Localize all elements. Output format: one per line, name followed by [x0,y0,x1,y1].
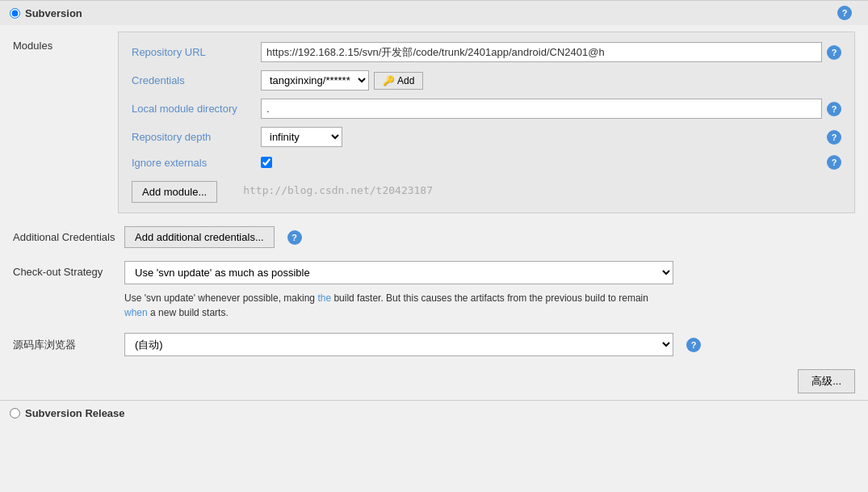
credentials-label: Credentials [132,74,261,86]
modules-label: Modules [13,32,118,213]
ignore-externals-row: Ignore externals ? [132,155,841,170]
add-credentials-button[interactable]: 🔑 Add [374,72,423,90]
checkout-strategy-section: Check-out Strategy Use 'svn update' as m… [0,254,868,326]
local-module-control [261,99,822,119]
local-module-input[interactable] [261,99,822,119]
repository-depth-control: infinity immediates files empty [261,127,822,147]
source-browser-section: 源码库浏览器 (自动) WebSVN ViewSVN FishEye ? [0,326,868,363]
watermark: http://blog.csdn.net/t20423187 [243,184,433,196]
highlight-when: when [124,307,148,318]
advanced-row: 高级... [0,363,868,400]
additional-credentials-label: Additional Credentials [13,231,118,243]
repository-depth-select[interactable]: infinity immediates files empty [261,127,342,147]
repository-depth-row: Repository depth infinity immediates fil… [132,127,841,147]
credentials-control: tangxinxing/****** 🔑 Add [261,70,841,90]
repository-depth-label: Repository depth [132,131,261,143]
repository-url-row: Repository URL ? [132,42,841,62]
advanced-button[interactable]: 高级... [798,369,855,393]
ignore-externals-label: Ignore externals [132,157,261,169]
repository-url-input[interactable] [261,42,822,62]
credentials-row: Credentials tangxinxing/****** 🔑 Add [132,70,841,90]
local-module-row: Local module directory ? [132,99,841,119]
checkout-strategy-select[interactable]: Use 'svn update' as much as possible Alw… [124,261,673,284]
repository-url-help-icon[interactable]: ? [827,45,841,60]
source-browser-label: 源码库浏览器 [13,338,118,352]
add-button-label: Add [397,75,414,86]
highlight-the: the [317,292,331,304]
ignore-externals-checkbox[interactable] [261,157,272,168]
key-icon: 🔑 [383,75,395,86]
source-browser-help-icon[interactable]: ? [686,338,701,352]
subversion-radio[interactable] [10,8,20,19]
checkout-strategy-label: Check-out Strategy [13,261,118,278]
page-wrapper: Subversion ? Modules Repository URL ? Cr… [0,0,868,492]
source-browser-select[interactable]: (自动) WebSVN ViewSVN FishEye [124,333,673,356]
credentials-select[interactable]: tangxinxing/****** [261,70,369,90]
repository-depth-help-icon[interactable]: ? [827,130,841,145]
subversion-radio-label: Subversion [25,7,82,19]
local-module-label: Local module directory [132,103,261,115]
repository-url-control [261,42,822,62]
ignore-externals-help-icon[interactable]: ? [827,155,841,170]
subversion-release-radio-row: Subversion Release [0,400,868,426]
additional-credentials-help-icon[interactable]: ? [287,230,302,245]
subversion-release-radio[interactable] [10,408,20,418]
add-module-row: Add module... http://blog.csdn.net/t2042… [132,178,841,203]
subversion-radio-row: Subversion ? [0,0,868,25]
local-module-help-icon[interactable]: ? [827,102,841,116]
checkout-description: Use 'svn update' whenever possible, maki… [124,291,673,320]
additional-credentials-section: Additional Credentials Add additional cr… [0,220,868,254]
repository-url-label: Repository URL [132,46,261,58]
ignore-externals-control [261,157,822,168]
modules-section: Modules Repository URL ? Credentials tan… [0,25,868,220]
add-additional-credentials-button[interactable]: Add additional credentials... [124,226,275,248]
modules-box: Repository URL ? Credentials tangxinxing… [118,32,855,213]
checkout-right: Use 'svn update' as much as possible Alw… [124,261,855,320]
add-module-button[interactable]: Add module... [132,181,217,203]
subversion-release-radio-label: Subversion Release [25,407,125,419]
subversion-help-icon[interactable]: ? [837,6,852,20]
